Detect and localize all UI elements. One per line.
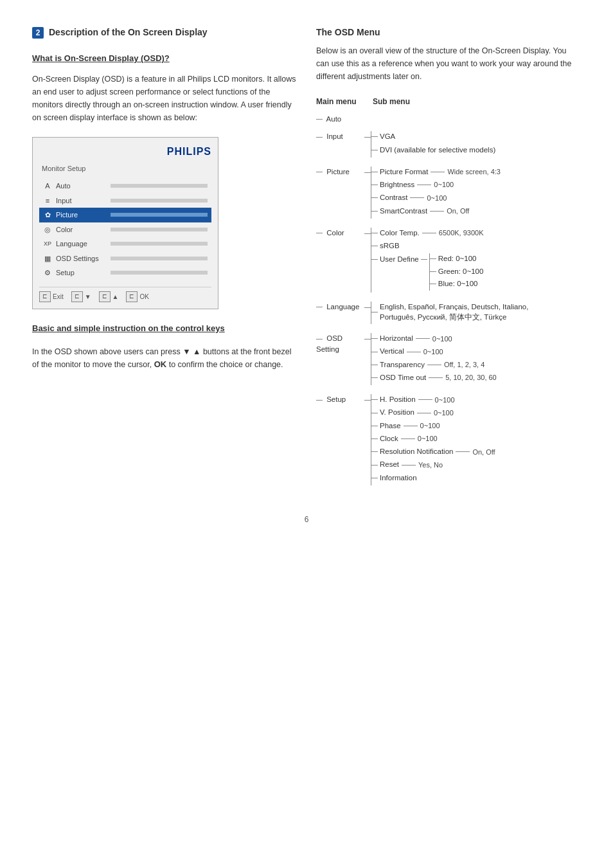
- osd-mockup-title: Monitor Setup: [39, 163, 211, 174]
- osd-brand-bar: PHILIPS: [39, 144, 211, 159]
- setup-icon: ⚙: [43, 267, 52, 278]
- osd-item-language: XP Language: [39, 237, 211, 251]
- tree-input: Input VGA DVI (available for selective m…: [316, 131, 581, 158]
- sub-vertical: Vertical 0~100: [371, 346, 581, 357]
- tree-color: Color Color Temp. 6500K, 9300K sRGB: [316, 228, 581, 293]
- sub-user-define: User Define Red: 0~100 Green: 0~100: [371, 253, 581, 291]
- osd-footer: ⊏ Exit ⊏ ▼ ⊏ ▲ ⊏ OK: [39, 287, 211, 303]
- sub-color-temp: Color Temp. 6500K, 9300K: [371, 228, 581, 239]
- osd-item-input: ≡ Input: [39, 194, 211, 208]
- osd-mockup: PHILIPS Monitor Setup A Auto ≡ Input ✿ P…: [32, 137, 218, 310]
- tree-picture: Picture Picture Format Wide screen, 4:3 …: [316, 167, 581, 219]
- section-number: 2: [32, 27, 44, 39]
- sub-osd-timeout: OSD Time out 5, 10, 20, 30, 60: [371, 372, 581, 383]
- tree-setup: Setup H. Position 0~100 V. Position 0~10: [316, 394, 581, 485]
- subsection1-title: What is On-Screen Display (OSD)?: [32, 52, 297, 65]
- osd-menu-description: Below is an overall view of the structur…: [316, 44, 581, 83]
- sub-dvi: DVI (available for selective models): [371, 145, 581, 156]
- menu-tree: Auto Input VGA DVI (available: [316, 114, 581, 485]
- sub-phase: Phase 0~100: [371, 420, 581, 431]
- osd-item-auto: A Auto: [39, 179, 211, 194]
- tree-auto: Auto: [316, 114, 581, 125]
- language-main-label: Language: [326, 303, 359, 311]
- sub-blue: Blue: 0~100: [430, 278, 484, 289]
- down-btn: ⊏: [71, 291, 83, 303]
- nav-keys: ▼ ▲: [182, 347, 200, 356]
- sub-contrast: Contrast 0~100: [371, 192, 581, 203]
- philips-logo: PHILIPS: [167, 144, 211, 159]
- auto-icon: A: [43, 181, 52, 192]
- sub-transparency: Transparency Off, 1, 2, 3, 4: [371, 359, 581, 370]
- picture-main-label: Picture: [326, 168, 350, 176]
- sub-red: Red: 0~100: [430, 253, 484, 264]
- sub-brightness: Brightness 0~100: [371, 179, 581, 190]
- sub-information: Information: [371, 473, 581, 484]
- input-icon: ≡: [43, 195, 52, 206]
- sub-srgb: sRGB: [371, 240, 581, 251]
- osd-setting-main-label: OSD Setting: [316, 334, 342, 353]
- menu-tree-header: Main menu Sub menu: [316, 96, 581, 107]
- osd-item-color: ◎ Color: [39, 222, 211, 237]
- sub-v-position: V. Position 0~100: [371, 407, 581, 418]
- sub-h-position: H. Position 0~100: [371, 394, 581, 405]
- page-number: 6: [32, 514, 581, 525]
- input-main-label: Input: [326, 132, 343, 140]
- color-main-label: Color: [326, 229, 344, 237]
- col-main-header: Main menu: [316, 96, 373, 107]
- setup-main-label: Setup: [326, 395, 346, 403]
- osd-settings-icon: ▦: [43, 253, 52, 264]
- section-title: Description of the On Screen Display: [49, 26, 208, 39]
- sub-reset: Reset Yes, No: [371, 459, 581, 470]
- sub-picture-format: Picture Format Wide screen, 4:3: [371, 167, 581, 177]
- subsection2-title: Basic and simple instruction on the cont…: [32, 322, 297, 335]
- sub-language-list: English, Español, Français, Deutsch, Ita…: [371, 302, 581, 322]
- sub-resolution-notification: Resolution Notification On, Off: [371, 446, 581, 457]
- subsection1-body: On-Screen Display (OSD) is a feature in …: [32, 73, 297, 124]
- instruction-text: In the OSD shown above users can press ▼…: [32, 345, 297, 372]
- ok-key-label: OK: [154, 359, 167, 369]
- col-sub-header: Sub menu: [373, 96, 410, 107]
- up-btn: ⊏: [99, 291, 111, 303]
- section-header: 2 Description of the On Screen Display: [32, 26, 297, 39]
- tree-osd-setting: OSD Setting Horizontal 0~100 Vertical 0~: [316, 333, 581, 385]
- exit-btn: ⊏: [39, 291, 51, 303]
- sub-horizontal: Horizontal 0~100: [371, 333, 581, 344]
- picture-icon: ✿: [43, 210, 52, 221]
- osd-item-osd-settings: ▦ OSD Settings: [39, 251, 211, 266]
- osd-item-setup: ⚙ Setup: [39, 266, 211, 280]
- sub-smartcontrast: SmartContrast On, Off: [371, 206, 581, 217]
- osd-item-picture: ✿ Picture: [39, 208, 211, 222]
- sub-vga: VGA: [371, 131, 581, 142]
- osd-menu-title: The OSD Menu: [316, 26, 581, 39]
- language-icon: XP: [43, 240, 52, 249]
- color-icon: ◎: [43, 224, 52, 235]
- sub-green: Green: 0~100: [430, 266, 484, 277]
- ok-btn: ⊏: [126, 291, 138, 303]
- sub-clock: Clock 0~100: [371, 433, 581, 444]
- tree-language: Language English, Español, Français, Deu…: [316, 302, 581, 324]
- auto-main-label: Auto: [326, 115, 342, 123]
